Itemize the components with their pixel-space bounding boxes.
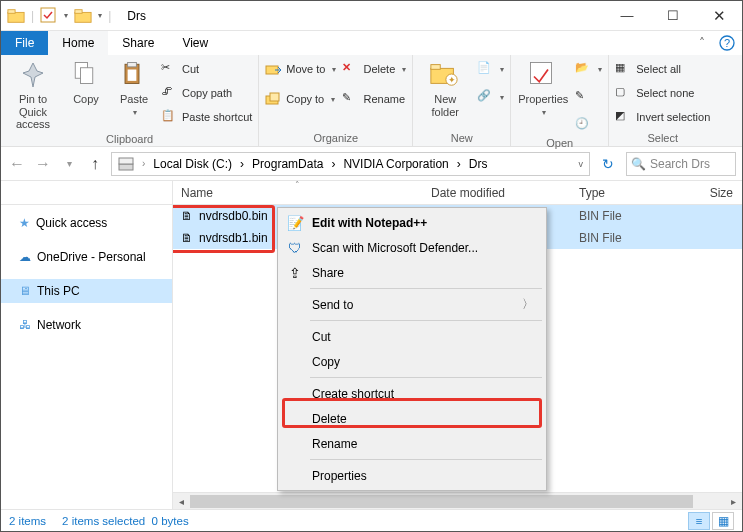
svg-rect-20 xyxy=(119,164,133,170)
file-tab[interactable]: File xyxy=(1,31,48,55)
svg-rect-16 xyxy=(431,65,440,70)
paste-shortcut-icon: 📋 xyxy=(161,109,177,125)
edit-button[interactable]: ✎ xyxy=(575,87,602,107)
network-icon: 🖧 xyxy=(19,318,31,332)
rename-icon: ✎ xyxy=(342,91,358,107)
new-item-icon: 📄 xyxy=(477,61,493,77)
cloud-icon: ☁ xyxy=(19,250,31,264)
pin-icon xyxy=(17,59,49,91)
ctx-defender[interactable]: 🛡Scan with Microsoft Defender... xyxy=(280,235,544,260)
ctx-create-shortcut[interactable]: Create shortcut xyxy=(280,381,544,406)
ctx-copy[interactable]: Copy xyxy=(280,349,544,374)
nav-quick-access[interactable]: ★Quick access xyxy=(1,211,172,235)
column-name[interactable]: Name˄ xyxy=(173,181,423,204)
refresh-button[interactable]: ↻ xyxy=(596,156,620,172)
back-button[interactable]: ← xyxy=(7,155,27,173)
monitor-icon: 🖥 xyxy=(19,284,31,298)
details-view-button[interactable]: ≡ xyxy=(688,512,710,530)
paste-button[interactable]: Paste ▾ xyxy=(113,59,155,117)
history-button[interactable]: 🕘 xyxy=(575,115,602,135)
ctx-delete[interactable]: Delete xyxy=(280,406,544,431)
star-icon: ★ xyxy=(19,216,30,230)
breadcrumb-bar[interactable]: › Local Disk (C:)› ProgramData› NVIDIA C… xyxy=(111,152,590,176)
qat-dropdown-icon[interactable]: ▾ xyxy=(64,11,68,20)
open-button[interactable]: 📂▾ xyxy=(575,59,602,79)
breadcrumb-item[interactable]: Drs xyxy=(465,153,492,175)
up-button[interactable]: ↑ xyxy=(85,155,105,173)
home-tab[interactable]: Home xyxy=(48,31,108,55)
nav-onedrive[interactable]: ☁OneDrive - Personal xyxy=(1,245,172,269)
search-input[interactable]: 🔍 Search Drs xyxy=(626,152,736,176)
pin-to-quick-access-button[interactable]: Pin to Quick access xyxy=(7,59,59,131)
column-size[interactable]: Size xyxy=(671,181,742,204)
qat-overflow-icon[interactable]: ▾ xyxy=(98,11,102,20)
select-none-button[interactable]: ▢Select none xyxy=(615,83,710,103)
address-dropdown-icon[interactable]: v xyxy=(575,153,588,175)
close-button[interactable]: ✕ xyxy=(696,1,742,31)
scroll-right-button[interactable]: ▸ xyxy=(725,496,742,507)
thumbnails-view-button[interactable]: ▦ xyxy=(712,512,734,530)
copy-path-button[interactable]: 🖇Copy path xyxy=(161,83,252,103)
invert-selection-button[interactable]: ◩Invert selection xyxy=(615,107,710,127)
status-item-count: 2 items xyxy=(9,515,46,527)
sort-asc-icon: ˄ xyxy=(295,180,300,190)
paste-icon xyxy=(118,59,150,91)
ctx-properties[interactable]: Properties xyxy=(280,463,544,488)
column-type[interactable]: Type xyxy=(571,181,671,204)
maximize-button[interactable]: ☐ xyxy=(650,1,696,31)
ribbon: Pin to Quick access Copy Paste ▾ ✂Cut 🖇C… xyxy=(1,55,742,147)
scrollbar-thumb[interactable] xyxy=(190,495,693,508)
horizontal-scrollbar[interactable]: ◂ ▸ xyxy=(173,492,742,509)
ctx-rename[interactable]: Rename xyxy=(280,431,544,456)
chevron-down-icon: ▾ xyxy=(133,108,137,117)
share-tab[interactable]: Share xyxy=(108,31,168,55)
nav-network[interactable]: 🖧Network xyxy=(1,313,172,337)
notepad-icon: 📝 xyxy=(286,214,304,232)
group-clipboard: Pin to Quick access Copy Paste ▾ ✂Cut 🖇C… xyxy=(1,55,259,146)
recent-locations-button[interactable]: ▾ xyxy=(59,158,79,169)
svg-rect-14 xyxy=(270,93,279,101)
new-folder-icon: ✦ xyxy=(429,59,461,91)
copy-to-button[interactable]: Copy to▾ xyxy=(265,89,336,109)
select-all-button[interactable]: ▦Select all xyxy=(615,59,710,79)
minimize-button[interactable]: — xyxy=(604,1,650,31)
delete-button[interactable]: ✕Delete▾ xyxy=(342,59,406,79)
file-list[interactable]: 🗎nvdrsdb0.bin BIN File 🗎nvdrsdb1.bin BIN… xyxy=(173,205,742,509)
svg-text:?: ? xyxy=(724,37,730,49)
move-to-button[interactable]: Move to▾ xyxy=(265,59,336,79)
paste-shortcut-button[interactable]: 📋Paste shortcut xyxy=(161,107,252,127)
ctx-cut[interactable]: Cut xyxy=(280,324,544,349)
context-menu: 📝Edit with Notepad++ 🛡Scan with Microsof… xyxy=(277,207,547,491)
folder-icon-small xyxy=(74,7,92,25)
ctx-send-to[interactable]: Send to〉 xyxy=(280,292,544,317)
forward-button[interactable]: → xyxy=(33,155,53,173)
column-date[interactable]: Date modified xyxy=(423,181,571,204)
cut-button[interactable]: ✂Cut xyxy=(161,59,252,79)
divider: | xyxy=(108,9,111,23)
content-area: ★Quick access ☁OneDrive - Personal 🖥This… xyxy=(1,205,742,509)
copy-button[interactable]: Copy xyxy=(65,59,107,106)
easy-access-button[interactable]: 🔗▾ xyxy=(477,87,504,107)
separator xyxy=(310,288,542,289)
ctx-edit-notepad[interactable]: 📝Edit with Notepad++ xyxy=(280,210,544,235)
scroll-left-button[interactable]: ◂ xyxy=(173,496,190,507)
breadcrumb-item[interactable]: ProgramData xyxy=(248,153,327,175)
nav-this-pc[interactable]: 🖥This PC xyxy=(1,279,172,303)
view-tab[interactable]: View xyxy=(168,31,222,55)
drive-icon xyxy=(114,156,138,172)
breadcrumb-item[interactable]: NVIDIA Corporation xyxy=(339,153,452,175)
rename-button[interactable]: ✎Rename xyxy=(342,89,406,109)
new-folder-button[interactable]: ✦ New folder xyxy=(419,59,471,118)
title-bar: | ▾ ▾ | Drs — ☐ ✕ xyxy=(1,1,742,31)
new-item-button[interactable]: 📄▾ xyxy=(477,59,504,79)
qat-properties-icon[interactable] xyxy=(40,7,58,25)
svg-rect-11 xyxy=(128,70,137,81)
invert-selection-icon: ◩ xyxy=(615,109,631,125)
ribbon-tabs: File Home Share View ˄ ? xyxy=(1,31,742,55)
ribbon-expand-icon[interactable]: ˄ xyxy=(692,31,712,55)
breadcrumb-item[interactable]: Local Disk (C:) xyxy=(149,153,236,175)
help-icon[interactable]: ? xyxy=(712,31,742,55)
properties-button[interactable]: Properties ▾ xyxy=(517,59,569,117)
ctx-share[interactable]: ⇪Share xyxy=(280,260,544,285)
move-to-icon xyxy=(265,61,281,77)
